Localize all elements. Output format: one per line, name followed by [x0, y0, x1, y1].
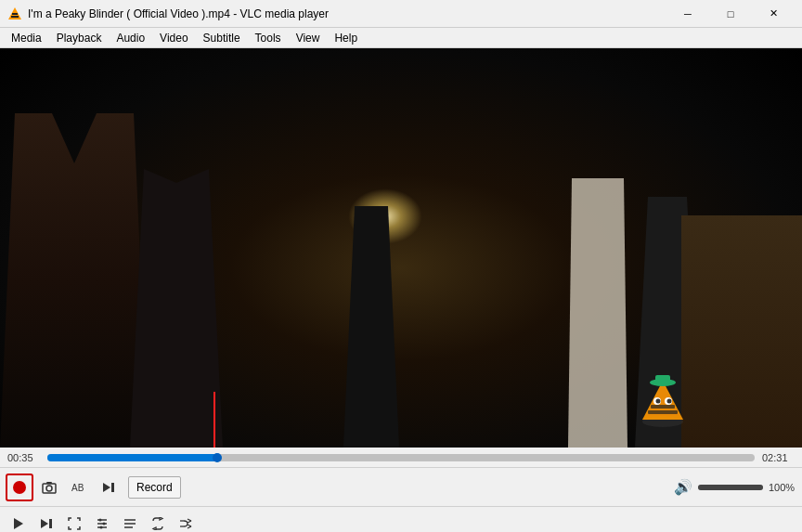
svg-text:AB: AB [71, 483, 84, 493]
maximize-button[interactable]: □ [709, 0, 752, 28]
menu-help[interactable]: Help [327, 28, 365, 48]
next-icon [40, 517, 53, 530]
menu-audio[interactable]: Audio [109, 28, 152, 48]
volume-label: 100% [769, 482, 796, 493]
svg-point-15 [46, 486, 52, 491]
window-title: I'm a Peaky Blinder ( Official Video ).m… [28, 7, 666, 20]
vlc-mascot [635, 373, 691, 429]
minimize-button[interactable]: ─ [666, 0, 709, 28]
play-icon [12, 517, 25, 530]
volume-slider[interactable] [698, 485, 763, 490]
fullscreen-button[interactable] [61, 511, 87, 532]
svg-rect-22 [49, 519, 52, 528]
progress-handle[interactable] [213, 453, 222, 462]
fullscreen-icon [68, 517, 81, 530]
loop-ab-button[interactable]: AB [65, 474, 93, 501]
svg-marker-18 [103, 483, 110, 492]
loop-ab-icon: AB [71, 480, 86, 495]
controls-bar-1: AB Record 🔊 100% [0, 468, 802, 507]
progress-area: 00:35 02:31 [0, 448, 802, 468]
menu-bar: Media Playback Audio Video Subtitle Tool… [0, 28, 802, 48]
svg-rect-13 [655, 375, 670, 384]
menu-tools[interactable]: Tools [248, 28, 289, 48]
svg-point-10 [656, 399, 661, 404]
menu-video[interactable]: Video [152, 28, 195, 48]
svg-marker-21 [41, 519, 48, 528]
progress-fill [47, 454, 217, 461]
svg-rect-16 [46, 482, 52, 484]
playlist-icon [123, 517, 136, 530]
video-area[interactable] [0, 48, 802, 448]
shuffle-button[interactable] [173, 511, 199, 532]
svg-marker-20 [14, 518, 23, 529]
current-time: 00:35 [7, 452, 40, 463]
loop-icon [151, 517, 164, 530]
svg-rect-2 [12, 13, 18, 15]
wall-right [681, 215, 802, 448]
menu-media[interactable]: Media [4, 28, 49, 48]
record-button[interactable] [6, 474, 33, 501]
record-dot-icon [13, 481, 26, 494]
next-button[interactable] [33, 511, 59, 532]
record-label-button[interactable]: Record [128, 476, 181, 499]
arrow-line [213, 392, 215, 448]
title-bar: I'm a Peaky Blinder ( Official Video ).m… [0, 0, 802, 28]
menu-playback[interactable]: Playback [49, 28, 110, 48]
arrow-indicator [209, 392, 220, 448]
svg-line-37 [188, 526, 191, 528]
extended-settings-button[interactable] [89, 511, 115, 532]
figure-4 [561, 178, 635, 448]
volume-icon: 🔊 [674, 478, 692, 496]
window-controls: ─ □ ✕ [666, 0, 795, 28]
figure-3 [343, 206, 399, 448]
menu-view[interactable]: View [289, 28, 328, 48]
snapshot-button[interactable] [35, 474, 63, 501]
svg-point-11 [667, 399, 672, 404]
svg-point-26 [99, 519, 102, 522]
total-time: 02:31 [762, 452, 795, 463]
svg-line-35 [188, 521, 191, 523]
volume-fill [698, 485, 763, 490]
frame-step-icon [101, 480, 116, 495]
svg-point-27 [103, 523, 106, 526]
menu-subtitle[interactable]: Subtitle [196, 28, 248, 48]
seekbar[interactable] [47, 454, 755, 461]
svg-point-28 [100, 526, 103, 529]
vlc-app-icon [7, 6, 22, 21]
svg-rect-7 [651, 405, 675, 409]
camera-icon [42, 480, 57, 495]
frame-step-button[interactable] [95, 474, 123, 501]
vlc-mascot-svg [635, 373, 691, 429]
playlist-button[interactable] [117, 511, 143, 532]
loop-button[interactable] [145, 511, 171, 532]
close-button[interactable]: ✕ [752, 0, 795, 28]
shuffle-icon [179, 517, 192, 530]
sliders-icon [96, 517, 109, 530]
svg-rect-1 [11, 16, 19, 18]
controls-bar-2 [0, 507, 802, 532]
svg-rect-19 [111, 483, 114, 492]
figure-1 [0, 113, 149, 448]
svg-rect-6 [648, 410, 678, 414]
play-pause-button[interactable] [6, 511, 32, 532]
